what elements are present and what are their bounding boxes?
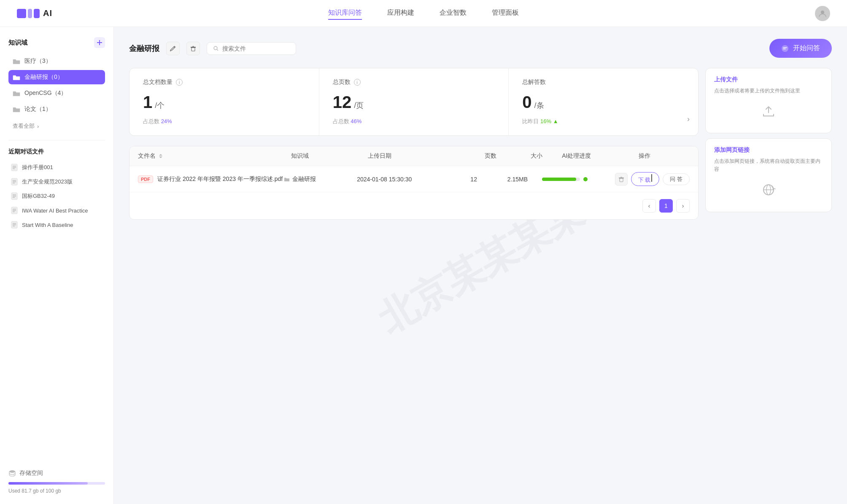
sidebar-item-medical[interactable]: 医疗（3） (8, 54, 105, 68)
add-webpage-title: 添加网页链接 (714, 146, 823, 154)
info-icon-docs[interactable]: i (176, 79, 183, 86)
stat-total-docs-value: 1 /个 (143, 93, 305, 112)
sort-icon-filename[interactable] (159, 154, 162, 158)
section-title: 金融研报 (129, 43, 159, 54)
storage-title: 存储空间 (8, 469, 105, 477)
stat-total-docs: 总文档数量 i 1 /个 占总数 24% (129, 68, 319, 135)
recent-file-1-label: 操作手册001 (22, 164, 53, 171)
logo-text: AI (43, 8, 52, 18)
sidebar-item-papers-label: 论文（1） (24, 105, 51, 113)
recent-file-1[interactable]: 操作手册001 (8, 161, 105, 174)
content-area: 北京某某某某 金融研报 (114, 27, 847, 504)
domain-folder-icon (284, 176, 290, 182)
sidebar-item-papers[interactable]: 论文（1） (8, 102, 105, 116)
logo-area: AI (17, 8, 52, 18)
sidebar: 知识域 医疗（3） 金融研报（0） OpenC (0, 27, 114, 504)
stat-total-answers-sub: 比昨日 16% ▲ (522, 118, 685, 125)
domain-tag: 金融研报 (284, 175, 357, 183)
svg-point-25 (214, 46, 217, 50)
table-header: 文件名 知识域 上传日期 页数 (129, 146, 698, 166)
th-operations: 操作 (639, 152, 690, 160)
stat-total-pages-value: 12 /页 (333, 93, 495, 112)
recent-file-2[interactable]: 生产安全规范2023版 (8, 175, 105, 189)
start-qa-button[interactable]: 开始问答 (769, 39, 832, 58)
user-avatar[interactable] (815, 6, 830, 21)
stat-total-answers: 总解答数 0 /条 比昨日 16% ▲ › (509, 68, 698, 135)
add-domain-button[interactable] (94, 37, 105, 48)
delete-button[interactable] (186, 42, 200, 55)
td-domain: 金融研报 (284, 175, 357, 183)
stats-row: 总文档数量 i 1 /个 占总数 24% (129, 68, 699, 136)
sidebar-item-opencsg[interactable]: OpenCSG（4） (8, 86, 105, 100)
th-size: 大小 (511, 152, 562, 160)
svg-rect-2 (97, 42, 102, 43)
upload-file-panel[interactable]: 上传文件 点击选择或者将要上传的文件拖到这里 (705, 68, 832, 133)
file-table: 文件名 知识域 上传日期 页数 (129, 146, 699, 220)
upload-panels: 上传文件 点击选择或者将要上传的文件拖到这里 添加网页链接 点 (705, 68, 832, 220)
recent-file-2-label: 生产安全规范2023版 (22, 178, 73, 186)
nav-app-build[interactable]: 应用构建 (387, 7, 414, 20)
recent-file-4[interactable]: IWA Water AI Best Practice (8, 204, 105, 217)
search-input[interactable] (222, 45, 290, 52)
filename-text: 证券行业 2022 年年报暨 2023 年一季报综述.pdf (157, 175, 283, 183)
storage-bar-fill (8, 482, 88, 485)
stat-total-docs-label: 总文档数量 i (143, 78, 305, 86)
td-pages: 12 (454, 176, 493, 183)
nav-enterprise[interactable]: 企业智数 (440, 7, 467, 20)
recent-file-3-label: 国标GB32-49 (22, 192, 55, 200)
action-buttons: 下 载 问 答 (615, 172, 690, 186)
td-filename: PDF 证券行业 2022 年年报暨 2023 年一季报综述.pdf (138, 175, 284, 183)
info-icon-pages[interactable]: i (354, 79, 361, 86)
pdf-badge: PDF (138, 175, 153, 183)
stat-answers-arrow[interactable]: › (687, 115, 690, 124)
progress-dot (583, 177, 588, 181)
sidebar-item-medical-label: 医疗（3） (24, 57, 51, 65)
chat-icon (781, 45, 789, 52)
logo-icon (17, 9, 40, 18)
stat-total-answers-label: 总解答数 (522, 78, 685, 86)
trash-icon (618, 176, 624, 182)
stat-total-pages-label: 总页数 i (333, 78, 495, 86)
stat-total-pages-sub: 占总数 46% (333, 118, 495, 125)
prev-page-button[interactable]: ‹ (642, 199, 656, 213)
edit-button[interactable] (166, 42, 180, 55)
search-icon (213, 46, 219, 51)
progress-bar-bg (542, 178, 580, 181)
recent-file-3[interactable]: 国标GB32-49 (8, 189, 105, 203)
td-date: 2024-01-08 15:30:30 (357, 176, 454, 183)
webpage-icon-area (714, 179, 823, 204)
progress-bar-wrap (542, 177, 615, 181)
stat-total-pages: 总页数 i 12 /页 占总数 46% (319, 68, 509, 135)
recent-file-5[interactable]: Start With A Baseline (8, 218, 105, 232)
svg-point-0 (821, 11, 824, 14)
chevron-right-icon: › (37, 123, 39, 129)
page-1-button[interactable]: 1 (659, 199, 673, 213)
storage-usage-text: Used 81.7 gb of 100 gb (8, 488, 105, 494)
middle-section: 总文档数量 i 1 /个 占总数 24% (129, 68, 832, 220)
th-domain: 知识域 (291, 152, 368, 160)
qa-button[interactable]: 问 答 (663, 173, 690, 185)
sidebar-item-finance[interactable]: 金融研报（0） (8, 70, 105, 84)
svg-point-23 (9, 470, 15, 473)
upload-icon-area (714, 100, 823, 125)
view-all-button[interactable]: 查看全部 › (8, 120, 105, 132)
add-webpage-panel[interactable]: 添加网页链接 点击添加网页链接，系统将自动提取页面主要内容 (705, 138, 832, 212)
pagination: ‹ 1 › (129, 192, 698, 219)
recent-files-title: 近期对话文件 (8, 148, 105, 156)
search-bar[interactable] (207, 42, 296, 55)
sidebar-item-opencsg-label: OpenCSG（4） (24, 89, 67, 97)
recent-file-4-label: IWA Water AI Best Practice (22, 208, 88, 214)
upload-file-desc: 点击选择或者将要上传的文件拖到这里 (714, 87, 823, 95)
nav-admin[interactable]: 管理面板 (492, 7, 519, 20)
row-delete-button[interactable] (615, 173, 628, 186)
download-button[interactable]: 下 载 (631, 172, 660, 186)
add-webpage-desc: 点击添加网页链接，系统将自动提取页面主要内容 (714, 157, 823, 173)
svg-point-26 (782, 45, 788, 52)
main-layout: 知识域 医疗（3） 金融研报（0） OpenC (0, 27, 847, 504)
stats-and-table: 总文档数量 i 1 /个 占总数 24% (129, 68, 699, 220)
next-page-button[interactable]: › (676, 199, 690, 213)
stat-total-docs-sub: 占总数 24% (143, 118, 305, 125)
stat-total-answers-value: 0 /条 (522, 93, 685, 112)
td-operations: 下 载 问 答 (615, 172, 690, 186)
nav-knowledge-qa[interactable]: 知识库问答 (328, 7, 362, 20)
